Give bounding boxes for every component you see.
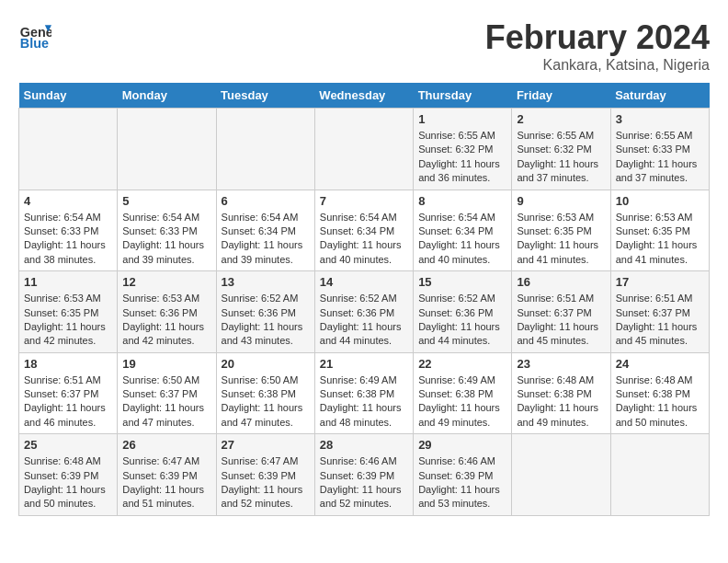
day-number: 28 xyxy=(320,438,408,452)
day-info: Sunrise: 6:54 AM Sunset: 6:34 PM Dayligh… xyxy=(222,211,310,268)
calendar-day-cell: 19Sunrise: 6:50 AM Sunset: 6:37 PM Dayli… xyxy=(118,352,216,434)
day-number: 2 xyxy=(517,112,605,126)
calendar-day-cell: 7Sunrise: 6:54 AM Sunset: 6:34 PM Daylig… xyxy=(314,190,413,271)
day-number: 13 xyxy=(222,275,310,289)
calendar-day-cell: 12Sunrise: 6:53 AM Sunset: 6:36 PM Dayli… xyxy=(118,271,216,353)
calendar-day-cell: 16Sunrise: 6:51 AM Sunset: 6:37 PM Dayli… xyxy=(512,271,610,353)
calendar-day-cell: 25Sunrise: 6:48 AM Sunset: 6:39 PM Dayli… xyxy=(19,434,118,516)
page-header: General Blue February 2024 Kankara, Kats… xyxy=(18,18,710,74)
day-info: Sunrise: 6:54 AM Sunset: 6:33 PM Dayligh… xyxy=(122,211,210,268)
day-info: Sunrise: 6:55 AM Sunset: 6:32 PM Dayligh… xyxy=(418,129,506,186)
month-title: February 2024 xyxy=(485,18,710,57)
calendar-day-cell: 27Sunrise: 6:47 AM Sunset: 6:39 PM Dayli… xyxy=(216,434,314,516)
day-number: 25 xyxy=(24,438,112,452)
day-number: 27 xyxy=(222,438,310,452)
day-info: Sunrise: 6:53 AM Sunset: 6:36 PM Dayligh… xyxy=(122,292,210,349)
day-number: 20 xyxy=(222,357,310,371)
day-number: 8 xyxy=(418,194,506,208)
day-info: Sunrise: 6:48 AM Sunset: 6:38 PM Dayligh… xyxy=(517,373,605,431)
weekday-header: Saturday xyxy=(610,83,709,109)
day-number: 6 xyxy=(222,194,310,208)
day-info: Sunrise: 6:48 AM Sunset: 6:39 PM Dayligh… xyxy=(24,454,112,511)
weekday-header: Thursday xyxy=(414,83,512,109)
calendar-day-cell xyxy=(118,109,216,190)
day-number: 1 xyxy=(418,112,506,126)
day-number: 5 xyxy=(122,194,210,208)
weekday-header: Sunday xyxy=(19,83,118,109)
day-number: 12 xyxy=(122,275,210,289)
calendar-day-cell: 5Sunrise: 6:54 AM Sunset: 6:33 PM Daylig… xyxy=(118,190,216,271)
day-info: Sunrise: 6:53 AM Sunset: 6:35 PM Dayligh… xyxy=(517,211,605,268)
calendar-week-row: 1Sunrise: 6:55 AM Sunset: 6:32 PM Daylig… xyxy=(19,109,710,190)
day-info: Sunrise: 6:55 AM Sunset: 6:32 PM Dayligh… xyxy=(517,129,605,186)
calendar-day-cell: 20Sunrise: 6:50 AM Sunset: 6:38 PM Dayli… xyxy=(216,352,314,434)
day-number: 15 xyxy=(418,275,506,289)
day-info: Sunrise: 6:54 AM Sunset: 6:34 PM Dayligh… xyxy=(320,211,408,268)
calendar-table: SundayMondayTuesdayWednesdayThursdayFrid… xyxy=(18,83,710,516)
day-info: Sunrise: 6:52 AM Sunset: 6:36 PM Dayligh… xyxy=(222,292,310,349)
calendar-day-cell: 13Sunrise: 6:52 AM Sunset: 6:36 PM Dayli… xyxy=(216,271,314,353)
calendar-day-cell: 11Sunrise: 6:53 AM Sunset: 6:35 PM Dayli… xyxy=(19,271,118,353)
calendar-day-cell xyxy=(314,109,413,190)
day-number: 18 xyxy=(24,357,112,371)
logo-icon: General Blue xyxy=(18,18,51,52)
day-info: Sunrise: 6:50 AM Sunset: 6:37 PM Dayligh… xyxy=(122,373,210,431)
day-number: 22 xyxy=(418,357,506,371)
day-number: 26 xyxy=(122,438,210,452)
calendar-day-cell: 4Sunrise: 6:54 AM Sunset: 6:33 PM Daylig… xyxy=(19,190,118,271)
day-info: Sunrise: 6:49 AM Sunset: 6:38 PM Dayligh… xyxy=(320,373,408,431)
day-number: 3 xyxy=(616,112,704,126)
day-info: Sunrise: 6:54 AM Sunset: 6:34 PM Dayligh… xyxy=(418,211,506,268)
calendar-day-cell: 2Sunrise: 6:55 AM Sunset: 6:32 PM Daylig… xyxy=(512,109,610,190)
calendar-week-row: 4Sunrise: 6:54 AM Sunset: 6:33 PM Daylig… xyxy=(19,190,710,271)
title-block: February 2024 Kankara, Katsina, Nigeria xyxy=(485,18,710,74)
location: Kankara, Katsina, Nigeria xyxy=(485,57,710,74)
calendar-day-cell: 17Sunrise: 6:51 AM Sunset: 6:37 PM Dayli… xyxy=(610,271,709,353)
day-number: 4 xyxy=(24,194,112,208)
calendar-day-cell xyxy=(610,434,709,516)
day-number: 10 xyxy=(616,194,704,208)
calendar-day-cell: 22Sunrise: 6:49 AM Sunset: 6:38 PM Dayli… xyxy=(414,352,512,434)
day-number: 23 xyxy=(517,357,605,371)
calendar-day-cell xyxy=(216,109,314,190)
day-number: 17 xyxy=(616,275,704,289)
day-info: Sunrise: 6:46 AM Sunset: 6:39 PM Dayligh… xyxy=(320,454,408,511)
day-number: 21 xyxy=(320,357,408,371)
day-info: Sunrise: 6:55 AM Sunset: 6:33 PM Dayligh… xyxy=(616,129,704,186)
calendar-week-row: 25Sunrise: 6:48 AM Sunset: 6:39 PM Dayli… xyxy=(19,434,710,516)
calendar-day-cell: 18Sunrise: 6:51 AM Sunset: 6:37 PM Dayli… xyxy=(19,352,118,434)
day-number: 11 xyxy=(24,275,112,289)
weekday-header: Monday xyxy=(118,83,216,109)
day-number: 24 xyxy=(616,357,704,371)
weekday-header-row: SundayMondayTuesdayWednesdayThursdayFrid… xyxy=(19,83,710,109)
calendar-week-row: 11Sunrise: 6:53 AM Sunset: 6:35 PM Dayli… xyxy=(19,271,710,353)
day-info: Sunrise: 6:54 AM Sunset: 6:33 PM Dayligh… xyxy=(24,211,112,268)
calendar-day-cell: 21Sunrise: 6:49 AM Sunset: 6:38 PM Dayli… xyxy=(314,352,413,434)
svg-text:Blue: Blue xyxy=(20,36,49,51)
day-number: 16 xyxy=(517,275,605,289)
day-info: Sunrise: 6:49 AM Sunset: 6:38 PM Dayligh… xyxy=(418,373,506,431)
day-info: Sunrise: 6:51 AM Sunset: 6:37 PM Dayligh… xyxy=(24,373,112,431)
calendar-day-cell: 28Sunrise: 6:46 AM Sunset: 6:39 PM Dayli… xyxy=(314,434,413,516)
calendar-day-cell: 3Sunrise: 6:55 AM Sunset: 6:33 PM Daylig… xyxy=(610,109,709,190)
logo: General Blue xyxy=(18,18,51,52)
calendar-day-cell: 23Sunrise: 6:48 AM Sunset: 6:38 PM Dayli… xyxy=(512,352,610,434)
day-info: Sunrise: 6:47 AM Sunset: 6:39 PM Dayligh… xyxy=(222,454,310,511)
calendar-day-cell xyxy=(19,109,118,190)
weekday-header: Friday xyxy=(512,83,610,109)
calendar-day-cell: 14Sunrise: 6:52 AM Sunset: 6:36 PM Dayli… xyxy=(314,271,413,353)
weekday-header: Tuesday xyxy=(216,83,314,109)
calendar-day-cell: 6Sunrise: 6:54 AM Sunset: 6:34 PM Daylig… xyxy=(216,190,314,271)
day-info: Sunrise: 6:51 AM Sunset: 6:37 PM Dayligh… xyxy=(517,292,605,349)
day-number: 19 xyxy=(122,357,210,371)
day-info: Sunrise: 6:48 AM Sunset: 6:38 PM Dayligh… xyxy=(616,373,704,431)
day-number: 7 xyxy=(320,194,408,208)
day-info: Sunrise: 6:50 AM Sunset: 6:38 PM Dayligh… xyxy=(222,373,310,431)
day-info: Sunrise: 6:47 AM Sunset: 6:39 PM Dayligh… xyxy=(122,454,210,511)
calendar-day-cell: 1Sunrise: 6:55 AM Sunset: 6:32 PM Daylig… xyxy=(414,109,512,190)
day-info: Sunrise: 6:46 AM Sunset: 6:39 PM Dayligh… xyxy=(418,454,506,511)
calendar-day-cell: 29Sunrise: 6:46 AM Sunset: 6:39 PM Dayli… xyxy=(414,434,512,516)
day-info: Sunrise: 6:51 AM Sunset: 6:37 PM Dayligh… xyxy=(616,292,704,349)
calendar-day-cell: 26Sunrise: 6:47 AM Sunset: 6:39 PM Dayli… xyxy=(118,434,216,516)
day-number: 9 xyxy=(517,194,605,208)
